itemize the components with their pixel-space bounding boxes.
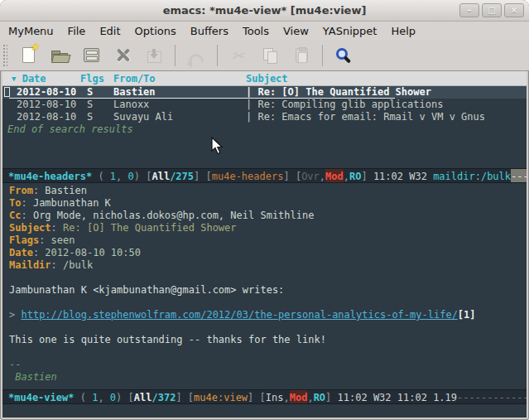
field-label: Flags <box>9 234 39 246</box>
new-file-glyph <box>22 47 35 63</box>
header-row-flags: S <box>87 111 93 123</box>
toolbar-new-file-icon[interactable] <box>16 43 41 68</box>
field-label: From <box>9 185 33 196</box>
message-comment-line: This one is quite outstanding -- thanks … <box>2 334 527 346</box>
modeline-maildir: maildir:/bulk <box>433 169 511 182</box>
emacs-frame: ▼ Date Flgs From/To Subject 2012-08-10SB… <box>2 71 527 418</box>
view-modeline: *mu4e-view* ( 1, 0) [All/372] [mu4e:view… <box>2 389 527 404</box>
field-value: seen <box>51 234 75 246</box>
header-row-date: 2012-08-10 <box>17 99 76 111</box>
toolbar-undo-icon <box>184 43 209 68</box>
column-flags[interactable]: Flgs <box>80 71 104 86</box>
window-title: emacs: *mu4e-view* [mu4e:view] <box>163 4 367 17</box>
field-colon: : <box>33 247 45 258</box>
header-row[interactable]: 2012-08-10SBastien| Re: [O] The Quantifi… <box>2 86 527 99</box>
modeline-column-number: 0 <box>128 169 134 182</box>
maximize-button[interactable]: □ <box>482 3 502 17</box>
emacs-window: emacs: *mu4e-view* [mu4e:view] –□✕ MyMen… <box>0 0 529 420</box>
message-field-from: From: Bastien <box>2 185 527 197</box>
header-row-subject: | Re: Compiling glib applications <box>246 99 443 111</box>
minimize-button[interactable]: – <box>459 3 479 17</box>
field-colon: : <box>21 210 32 221</box>
menu-yasnippet[interactable]: YASnippet <box>323 25 378 37</box>
window-controls: –□✕ <box>459 3 524 17</box>
headers-list: 2012-08-10SBastien| Re: [O] The Quantifi… <box>2 86 527 123</box>
header-row-from: Lanoxx <box>113 99 149 111</box>
toolbar-separator <box>322 45 323 66</box>
paste-glyph <box>296 48 308 63</box>
menu-view[interactable]: View <box>283 25 309 37</box>
field-label: Subject <box>9 222 51 234</box>
field-value: Jambunathan K <box>33 197 111 209</box>
toolbar-copy-icon <box>257 43 282 68</box>
hollow-cursor-icon <box>4 87 10 97</box>
menu-file[interactable]: File <box>68 25 86 37</box>
close-button[interactable]: ✕ <box>504 3 524 17</box>
menu-buffers[interactable]: Buffers <box>190 25 228 37</box>
modeline-column-number: 0 <box>110 390 116 403</box>
column-subject[interactable]: Subject <box>246 71 288 86</box>
message-view: From: BastienTo: Jambunathan KCc: Org Mo… <box>2 185 527 384</box>
toolbar-save-icon[interactable] <box>79 43 103 68</box>
undo-glyph <box>189 54 204 62</box>
quoted-link-line: > http://blog.stephenwolfram.com/2012/03… <box>2 309 527 321</box>
modeline-readonly-flag: RO <box>314 390 325 403</box>
modeline-total-count: /275 <box>170 169 194 182</box>
message-intro-line: Jambunathan K <kjambunathan@gmail.com> w… <box>2 284 527 297</box>
message-field-date: Date: 2012-08-10 10:50 <box>2 247 527 259</box>
link-footnote-ref: [1] <box>458 309 476 321</box>
menu-tools[interactable]: Tools <box>243 25 269 37</box>
modeline-line-number: 1 <box>92 390 98 403</box>
header-row-flags: S <box>87 86 93 99</box>
modeline-time-load: 11:02 1.19 <box>397 390 457 403</box>
header-row-subject: | Re: [O] The Quantified Shower <box>246 86 431 99</box>
header-row-from: Suvayu Ali <box>113 111 173 123</box>
signature: Bastien <box>2 371 527 384</box>
end-of-search-results: End of search results <box>7 123 133 136</box>
quote-prefix: > <box>9 309 21 321</box>
modeline-major-mode: mu4e-headers <box>212 169 284 182</box>
message-fields: From: BastienTo: Jambunathan KCc: Org Mo… <box>2 185 527 272</box>
toolbar-grip-icon[interactable] <box>2 44 7 67</box>
column-from-to[interactable]: From/To <box>113 71 156 86</box>
header-row-flags: S <box>87 99 93 111</box>
copy-glyph <box>263 48 277 63</box>
toolbar-close-icon[interactable] <box>110 43 135 68</box>
field-colon: : <box>51 259 63 271</box>
message-link[interactable]: http://blog.stephenwolfram.com/2012/03/t… <box>21 309 457 321</box>
modeline-modified-flag: Mod <box>290 390 308 403</box>
modeline-major-mode: mu4e:view <box>194 390 248 403</box>
modeline-position: All <box>134 390 152 403</box>
menu-options[interactable]: Options <box>135 25 176 37</box>
modeline-modified-flag: Mod <box>325 169 344 182</box>
modeline-fill: ---------- <box>511 169 527 182</box>
tool-bar: ✂ <box>0 40 529 71</box>
column-date[interactable]: ▼ Date <box>12 71 46 86</box>
header-row[interactable]: 2012-08-10SSuvayu Ali| Re: Emacs for ema… <box>2 111 527 123</box>
modeline-fill: -------------------------------- <box>457 390 527 403</box>
modeline-buffer-name: *mu4e-headers* <box>8 169 92 182</box>
message-field-cc: Cc: Org Mode, nicholas.dokos@hp.com, Nei… <box>2 210 527 222</box>
message-field-subject: Subject: Re: [O] The Quantified Shower <box>2 222 527 234</box>
toolbar-paste-icon <box>289 43 314 68</box>
signature-separator: -- <box>2 359 527 371</box>
menu-edit[interactable]: Edit <box>99 25 120 37</box>
menu-bar: MyMenuFileEditOptionsBuffersToolsViewYAS… <box>0 22 529 40</box>
toolbar-search-icon[interactable] <box>331 43 356 68</box>
search-glyph <box>336 48 348 60</box>
toolbar-open-folder-icon[interactable] <box>47 43 72 68</box>
title-bar[interactable]: emacs: *mu4e-view* [mu4e:view] –□✕ <box>0 0 529 22</box>
menu-help[interactable]: Help <box>391 25 416 37</box>
field-colon: : <box>39 234 50 246</box>
toolbar-save-as-icon <box>142 43 166 68</box>
modeline-insert-flag: Ins <box>266 390 284 403</box>
header-row-date: 2012-08-10 <box>17 111 76 123</box>
header-row[interactable]: 2012-08-10SLanoxx| Re: Compiling glib ap… <box>2 99 527 111</box>
modeline-buffer-name: *mu4e-view* <box>8 390 74 403</box>
save-as-glyph <box>147 51 161 63</box>
modeline-position: All <box>151 169 170 182</box>
field-value: Bastien <box>45 185 87 196</box>
message-field-flags: Flags: seen <box>2 234 527 247</box>
field-value: Org Mode, nicholas.dokos@hp.com, Neil Sm… <box>33 210 315 221</box>
menu-mymenu[interactable]: MyMenu <box>8 25 54 37</box>
